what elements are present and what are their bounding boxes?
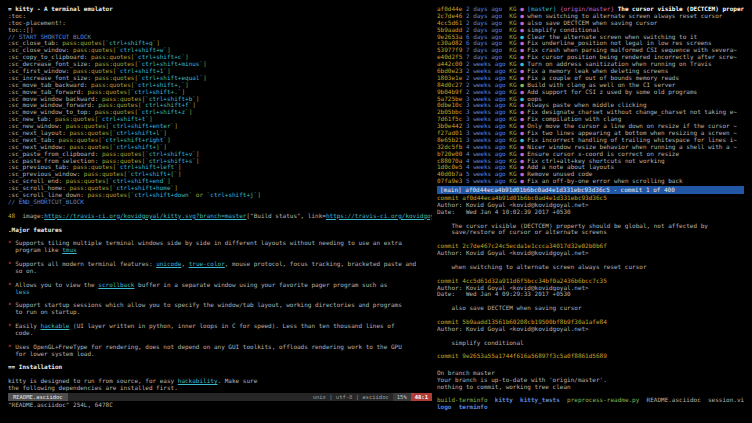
commit-row: 5b9aadd 2 days ago KG ● simplify conditi… [437, 27, 744, 34]
shell-prompt: ⚡ master 141 » kitty [437, 363, 744, 370]
detail-line: commit 2c7de467c24c5ecda1e1ccca34017d32e… [437, 243, 744, 250]
vim-line: :sc_move_tab_backward: pass:quotes[`ctrl… [8, 82, 432, 89]
statusline-fill [68, 393, 309, 401]
commit-row: af0d44e 2 days ago KG ● [master] {origin… [437, 6, 744, 13]
commit-row: 2c7de46 2 days ago KG ● when switching t… [437, 13, 744, 20]
tig-log-pane[interactable]: af0d44e 2 days ago KG ● [master] {origin… [437, 6, 744, 186]
detail-line [437, 236, 744, 243]
commit-row: 07fa9e3 5 weeks ago KG ● Fix an off-by-o… [437, 178, 744, 185]
vim-line: * Supports all modern terminal features:… [8, 261, 432, 268]
vim-line [8, 316, 432, 323]
vim-line: :sc_new_tab: pass:quotes[`ctrl+shift+t`] [8, 116, 432, 123]
vim-line: :sc_paste_from_selection: pass:quotes[`c… [8, 158, 432, 165]
vim-line: to run on startup. [8, 309, 432, 316]
detail-line: commit af0d44eca4b91d01b6bc0ad4e1d331ebc… [437, 195, 744, 202]
detail-line: simplify conditional [437, 340, 744, 347]
vim-line [8, 206, 432, 213]
detail-line: commit 5b9aadd13561b60208cb19500bf8b9f30… [437, 319, 744, 326]
shell-prompt: ⚡ master » kitty [437, 391, 744, 398]
vim-line: = kitty - A terminal emulator [8, 6, 432, 13]
detail-line: The cursor visible (DECTCEM) property sh… [437, 223, 744, 230]
shell-pane[interactable]: ⚡ master 141 » kitty On branch masterYou… [437, 363, 744, 420]
vim-line: :sc_first_window: pass:quotes[`ctrl+shif… [8, 68, 432, 75]
statusline-fileinfo: unix | utf-8 | asciidoc [309, 393, 393, 401]
detail-line: save/restore of cursor or alternate scre… [437, 229, 744, 236]
vim-line: :sc_move_window_backward: pass:quotes[`c… [8, 96, 432, 103]
vim-line: :sc_scroll_home: pass:quotes[`ctrl+shift… [8, 185, 432, 192]
vim-line [8, 337, 432, 344]
vim-line: :sc_next_window: pass:quotes[`ctrl+shift… [8, 144, 432, 151]
ls-output: build-terminfo kitty kitty_tests preproc… [437, 397, 744, 411]
vim-buffer: = kitty - A terminal emulator:toc::toc-p… [8, 6, 432, 393]
git-status-output: On branch masterYour branch is up-to-dat… [437, 370, 744, 391]
detail-line: Date: Wed Jan 4 10:02:39 2017 +0530 [437, 209, 744, 216]
commit-row: f27ad01 3 weeks ago KG ● Fix two lines a… [437, 130, 744, 137]
commit-row: 2b05bbc 3 weeks ago KG ● Fix designate_c… [437, 109, 744, 116]
vim-line: :sc_copy_to_clipboard: pass:quotes[`ctrl… [8, 54, 432, 61]
vim-line: .Major features [8, 227, 432, 234]
detail-line [437, 347, 744, 354]
tig-status-line: [main] af0d44eca4b91d01b6bc0ad4e1d331ebc… [437, 186, 744, 194]
detail-line: when switching to alternate screen alway… [437, 264, 744, 271]
commit-row: 4cc5d61 2 days ago KG ● also save DECTCE… [437, 20, 744, 27]
vim-line: kitty is designed to run from source, fo… [8, 378, 432, 385]
vim-line [8, 220, 432, 227]
vim-line: 48 image:https://travis-ci.org/kovidgoya… [8, 213, 432, 220]
vim-line: * Easily hackable (UI layer written in p… [8, 323, 432, 330]
statusline-filename: README.asciidoc [8, 393, 68, 401]
commit-row: 32dc5fb 4 weeks ago KG ● Nicer window re… [437, 144, 744, 151]
kitty-terminal-window: = kitty - A terminal emulator:toc::toc-p… [0, 0, 752, 423]
tig-detail-pane[interactable]: commit af0d44eca4b91d01b6bc0ad4e1d331ebc… [437, 195, 744, 361]
vim-line [8, 295, 432, 302]
vim-line [8, 233, 432, 240]
detail-line: also save DECTCEM when saving cursor [437, 305, 744, 312]
git-status-line: Your branch is up-to-date with 'origin/m… [437, 377, 744, 384]
commit-row: 5a725be 3 weeks ago KG ● oops [437, 96, 744, 103]
detail-line: Author: Kovid Goyal <kovid@kovidgoyal.ne… [437, 202, 744, 209]
commit-row: 84d0c27 2 weeks ago KG ● Build with clan… [437, 82, 744, 89]
vim-line: :sc_close_window: pass:quotes[`ctrl+shif… [8, 47, 432, 54]
detail-line: Author: Kovid Goyal <kovid@kovidgoyal.ne… [437, 326, 744, 333]
vim-line: // END_SHORTCUT_BLOCK [8, 199, 432, 206]
commit-row: 8e65b21 3 weeks ago KG ● Fix incorrect h… [437, 137, 744, 144]
statusline-position: 48:1 [411, 393, 432, 401]
ls-row: build-terminfo kitty kitty_tests preproc… [437, 397, 744, 404]
detail-line: Author: Kovid Goyal <kovid@kovidgoyal.ne… [437, 285, 744, 292]
right-column: af0d44e 2 days ago KG ● [master] {origin… [437, 6, 744, 418]
vim-line: for lower system load. [8, 351, 432, 358]
vim-line: :sc_decrease_font_size: pass:quotes[`ctr… [8, 61, 432, 68]
commit-row: 6bd0e23 2 weeks ago KG ● Fix a memory le… [437, 68, 744, 75]
commit-row: c30a082 6 days ago KG ● Fix underline_po… [437, 40, 744, 47]
detail-line [437, 333, 744, 340]
vim-line: :sc_move_window_forward: pass:quotes[`ct… [8, 102, 432, 109]
vim-line: :sc_move_tab_forward: pass:quotes[`ctrl+… [8, 89, 432, 96]
commit-row: 9b04b9f 2 weeks ago KG ● Add support for… [437, 89, 744, 96]
vim-line [8, 357, 432, 364]
vim-line: :sc_previous_tab: pass:quotes[`ctrl+shif… [8, 164, 432, 171]
commit-row: b720e00 4 weeks ago KG ● Ensure cursor x… [437, 151, 744, 158]
detail-line [437, 257, 744, 264]
vim-line: code. [8, 330, 432, 337]
vim-line: toc::[] [8, 27, 432, 34]
detail-line [437, 271, 744, 278]
vim-line: the following dependencies are installed… [8, 385, 432, 392]
vim-line: :toc-placement!: [8, 20, 432, 27]
shell-prompt: ⚡ master » kitty [437, 411, 744, 418]
vim-line: :sc_close_tab: pass:quotes[`ctrl+shift+q… [8, 40, 432, 47]
commit-row: c88070a 4 weeks ago KG ● Fix ctrl+alt+ke… [437, 158, 744, 165]
git-status-line: nothing to commit, working tree clean [437, 384, 744, 391]
vim-line: less [8, 289, 432, 296]
commit-row: 53977f9 7 days ago KG ● Fix crash when p… [437, 47, 744, 54]
commit-row: 7d61f5c 3 weeks ago KG ● Fix compilation… [437, 116, 744, 123]
vim-line [8, 254, 432, 261]
commit-row: 0dbe10c 3 weeks ago KG ● Always paste wh… [437, 102, 744, 109]
detail-line: commit 9e2653a55a1744f616a56897f3c5a0f88… [437, 353, 744, 360]
commit-row: e40d2f5 7 days ago KG ● Fix cursor posit… [437, 54, 744, 61]
vim-pane[interactable]: = kitty - A terminal emulator:toc::toc-p… [8, 6, 432, 410]
vim-line: :sc_paste_from_clipboard: pass:quotes[`c… [8, 151, 432, 158]
git-status-line: On branch master [437, 370, 744, 377]
detail-line [437, 312, 744, 319]
detail-line: Author: Kovid Goyal <kovid@kovidgoyal.ne… [437, 250, 744, 257]
commit-row: 3b0e442 3 weeks ago KG ● Only move the c… [437, 123, 744, 130]
vim-line: program like tmux [8, 247, 432, 254]
